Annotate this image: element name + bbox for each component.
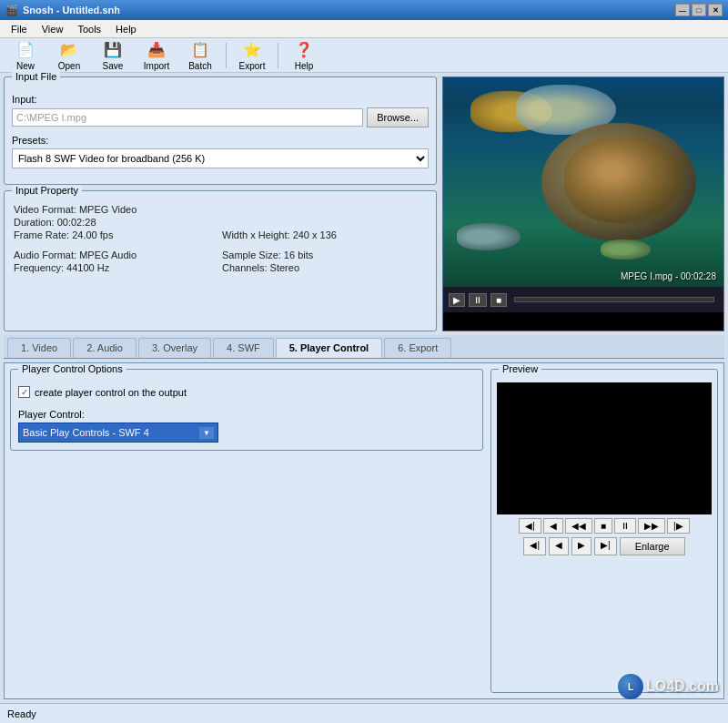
tabs-bar: 1. Video 2. Audio 3. Overlay 4. SWF 5. P… bbox=[4, 335, 724, 359]
app-icon: 🎬 bbox=[5, 5, 18, 16]
presets-label: Presets: bbox=[12, 135, 429, 146]
player-control-label: Player Control: bbox=[18, 409, 475, 420]
batch-button[interactable]: 📋 Batch bbox=[180, 37, 220, 74]
vc-stop[interactable]: ■ bbox=[490, 293, 507, 307]
prev-btn-rewind-end[interactable]: ◀| bbox=[519, 518, 541, 534]
preview-controls-row: ◀| ◀ ◀◀ ■ ⏸ ▶▶ |▶ bbox=[497, 518, 712, 534]
open-icon: 📂 bbox=[59, 40, 79, 60]
new-button[interactable]: 📄 New bbox=[5, 37, 46, 74]
prop-empty1 bbox=[222, 204, 427, 215]
prop-framerate: Frame Rate: 24.00 fps bbox=[14, 229, 218, 240]
checkbox-row: create player control on the output bbox=[18, 386, 475, 398]
player-control-area: Player Control Options create player con… bbox=[4, 362, 724, 699]
window-title: Snosh - Untitled.snh bbox=[23, 5, 120, 15]
watermark-text: LO4D.com bbox=[646, 678, 719, 695]
help-button[interactable]: ❓ Help bbox=[284, 37, 324, 74]
prop-spacer bbox=[14, 242, 218, 248]
menu-tools[interactable]: Tools bbox=[70, 22, 108, 36]
input-label: Input: bbox=[12, 94, 429, 105]
batch-icon: 📋 bbox=[190, 40, 210, 60]
export-icon: ⭐ bbox=[242, 40, 262, 60]
input-row: Browse... bbox=[12, 107, 429, 127]
prev-btn-stop[interactable]: ■ bbox=[594, 518, 612, 534]
prop-frequency: Frequency: 44100 Hz bbox=[14, 262, 218, 273]
prop-audio-format: Audio Format: MPEG Audio bbox=[14, 249, 218, 260]
prop-sample-size: Sample Size: 16 bits bbox=[222, 249, 427, 260]
input-file-title: Input File bbox=[12, 71, 60, 82]
select-arrow-icon: ▼ bbox=[199, 427, 214, 439]
tab-export[interactable]: 6. Export bbox=[384, 338, 451, 358]
tab-player-control[interactable]: 5. Player Control bbox=[276, 338, 382, 358]
prop-video-format: Video Format: MPEG Video bbox=[14, 204, 218, 215]
tab-video[interactable]: 1. Video bbox=[7, 338, 71, 358]
create-player-checkbox[interactable] bbox=[18, 386, 30, 398]
prev-btn-rewind[interactable]: ◀ bbox=[543, 518, 563, 534]
prev-btn-fwd[interactable]: ▶▶ bbox=[638, 518, 665, 534]
input-property-title: Input Property bbox=[12, 185, 82, 196]
prev-btn-play[interactable]: ▶ bbox=[571, 537, 592, 555]
save-button[interactable]: 💾 Save bbox=[93, 37, 133, 74]
menu-bar: File View Tools Help bbox=[0, 20, 728, 38]
new-icon: 📄 bbox=[15, 40, 35, 60]
vc-progress-bar[interactable] bbox=[514, 297, 714, 302]
title-bar-controls: — □ ✕ bbox=[675, 4, 723, 16]
player-control-value: Basic Play Controls - SWF 4 bbox=[23, 427, 149, 438]
player-options-frame: Player Control Options create player con… bbox=[10, 369, 483, 451]
prop-dimensions: Width x Height: 240 x 136 bbox=[222, 229, 427, 240]
prev-btn-next[interactable]: ▶| bbox=[594, 537, 617, 555]
video-overlay: MPEG I.mpg - 00:02:28 bbox=[621, 271, 716, 281]
prev-btn-back[interactable]: ◀ bbox=[549, 537, 569, 555]
presets-select[interactable]: Flash 8 SWF Video for broadband (256 K) bbox=[12, 148, 429, 168]
prev-btn-fwd-end[interactable]: |▶ bbox=[667, 518, 690, 534]
maximize-button[interactable]: □ bbox=[692, 4, 706, 16]
toolbar-separator-2 bbox=[278, 43, 278, 68]
prop-empty2 bbox=[222, 217, 427, 228]
status-text: Ready bbox=[7, 708, 36, 719]
video-controls: ▶ ⏸ ■ bbox=[443, 287, 723, 312]
video-display: MPEG I.mpg - 00:02:28 bbox=[443, 77, 723, 287]
tab-swf[interactable]: 4. SWF bbox=[213, 338, 274, 358]
toolbar-separator bbox=[226, 43, 227, 68]
prev-btn-back-end[interactable]: ◀| bbox=[523, 537, 546, 555]
main-area: Input File Input: Browse... Presets: Fla… bbox=[0, 73, 728, 703]
vc-pause[interactable]: ⏸ bbox=[469, 293, 487, 307]
title-bar: 🎬 Snosh - Untitled.snh — □ ✕ bbox=[0, 0, 728, 20]
prev-btn-rewind-fast[interactable]: ◀◀ bbox=[565, 518, 592, 534]
export-button[interactable]: ⭐ Export bbox=[232, 37, 272, 74]
enlarge-button[interactable]: Enlarge bbox=[620, 537, 685, 555]
prop-duration: Duration: 00:02:28 bbox=[14, 217, 218, 228]
menu-file[interactable]: File bbox=[4, 22, 35, 36]
player-options-title: Player Control Options bbox=[18, 363, 126, 374]
toolbar: 📄 New 📂 Open 💾 Save 📥 Import 📋 Batch ⭐ E… bbox=[0, 38, 728, 73]
menu-view[interactable]: View bbox=[35, 22, 71, 36]
preview-btn-row: ◀| ◀ ▶ ▶| Enlarge bbox=[497, 537, 712, 555]
title-bar-left: 🎬 Snosh - Untitled.snh bbox=[5, 5, 120, 16]
prop-channels: Channels: Stereo bbox=[222, 262, 427, 273]
import-button[interactable]: 📥 Import bbox=[136, 37, 177, 74]
browse-button[interactable]: Browse... bbox=[367, 107, 429, 127]
menu-help[interactable]: Help bbox=[108, 22, 144, 36]
import-icon: 📥 bbox=[147, 40, 167, 60]
tab-audio[interactable]: 2. Audio bbox=[73, 338, 136, 358]
video-panel: MPEG I.mpg - 00:02:28 ▶ ⏸ ■ bbox=[442, 76, 724, 331]
preview-title: Preview bbox=[499, 363, 541, 374]
vc-play[interactable]: ▶ bbox=[449, 293, 465, 307]
minimize-button[interactable]: — bbox=[675, 4, 690, 16]
player-control-select[interactable]: Basic Play Controls - SWF 4 ▼ bbox=[18, 423, 218, 443]
open-button[interactable]: 📂 Open bbox=[49, 37, 89, 74]
input-file-panel: Input File Input: Browse... Presets: Fla… bbox=[4, 76, 437, 185]
save-icon: 💾 bbox=[103, 40, 123, 60]
preview-video-display bbox=[497, 382, 712, 514]
tab-overlay[interactable]: 3. Overlay bbox=[138, 338, 211, 358]
watermark-circle: L bbox=[618, 674, 643, 699]
checkbox-label: create player control on the output bbox=[35, 387, 187, 398]
preview-panel: Preview ◀| ◀ ◀◀ ■ ⏸ ▶▶ |▶ ◀| ◀ ▶ ▶| E bbox=[490, 369, 718, 693]
input-property-panel: Input Property Video Format: MPEG Video … bbox=[4, 190, 437, 331]
input-field[interactable] bbox=[12, 108, 363, 127]
watermark: L LO4D.com bbox=[618, 674, 719, 699]
player-left: Player Control Options create player con… bbox=[10, 369, 483, 693]
prev-btn-pause[interactable]: ⏸ bbox=[614, 518, 636, 534]
help-icon: ❓ bbox=[294, 40, 314, 60]
close-button[interactable]: ✕ bbox=[708, 4, 723, 16]
status-bar: Ready bbox=[0, 703, 728, 723]
